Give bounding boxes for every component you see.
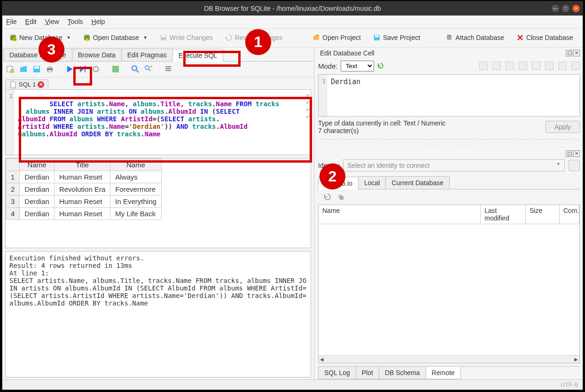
- svg-rect-12: [34, 66, 39, 69]
- right-bottom-tabs: SQL Log Plot DB Schema Remote: [318, 366, 580, 379]
- svg-point-21: [145, 66, 149, 70]
- status-bar: UTF-8: [2, 379, 583, 390]
- cell-editor[interactable]: 1 Derdian: [318, 74, 580, 117]
- sql-file-tab-label: SQL 1: [19, 81, 36, 88]
- revert-icon: [225, 34, 233, 41]
- indent-icon[interactable]: [164, 65, 172, 73]
- menu-view[interactable]: View: [45, 18, 59, 25]
- new-db-icon: [9, 34, 17, 41]
- edit-cell-title: Edit Database Cell: [320, 49, 374, 57]
- annotation-badge-2: 2: [320, 164, 345, 189]
- close-db-icon: [516, 34, 524, 41]
- format-icon[interactable]: [492, 62, 501, 70]
- stop-icon[interactable]: [92, 65, 100, 73]
- remote-file-list[interactable]: Name Last modified Size Com…: [318, 204, 580, 364]
- tab-current-db[interactable]: Current Database: [385, 176, 450, 189]
- tab-browse-data[interactable]: Browse Data: [72, 48, 122, 61]
- svg-rect-15: [48, 70, 52, 72]
- window-close-button[interactable]: ✕: [572, 5, 580, 12]
- tab-sql-log[interactable]: SQL Log: [318, 367, 356, 379]
- attach-icon: [445, 34, 453, 41]
- execution-log[interactable]: Execution finished without errors. Resul…: [5, 251, 311, 378]
- remote-undock-button[interactable]: ◱: [566, 150, 572, 157]
- sql-editor[interactable]: 1 SELECT artists.Name, albums.Title, tra…: [5, 89, 311, 155]
- cell-editor-gutter: 1: [319, 75, 327, 116]
- open-db-label: Open Database: [93, 34, 139, 41]
- find-icon[interactable]: [131, 65, 140, 73]
- write-changes-button[interactable]: Write Changes: [156, 31, 217, 44]
- results-grid[interactable]: NameTitleName1DerdianHuman ResetAlways2D…: [5, 158, 311, 248]
- remote-tab-strip: DBHub.io Local Current Database: [318, 176, 580, 189]
- write-label: Write Changes: [170, 34, 213, 41]
- print-cell-icon[interactable]: [571, 62, 580, 70]
- save-icon: [160, 34, 167, 41]
- title-bar: DB Browser for SQLite - /home/linuxiac/D…: [2, 1, 583, 16]
- print-icon[interactable]: [46, 65, 54, 73]
- edit-cell-panel-header: Edit Database Cell ◱ ✕: [318, 48, 580, 58]
- save-project-button[interactable]: Save Project: [369, 31, 424, 44]
- svg-rect-5: [313, 36, 319, 40]
- open-project-button[interactable]: Open Project: [308, 31, 365, 44]
- attach-database-button[interactable]: Attach Database: [441, 31, 508, 44]
- reload-icon[interactable]: [377, 62, 384, 70]
- execute-line-icon[interactable]: [78, 65, 87, 73]
- tab-edit-pragmas[interactable]: Edit Pragmas: [121, 48, 173, 61]
- tab-plot[interactable]: Plot: [356, 367, 379, 379]
- mode-label: Mode:: [318, 62, 338, 70]
- new-database-button[interactable]: New Database ▼: [5, 31, 75, 44]
- menu-tools[interactable]: Tools: [68, 18, 83, 25]
- close-database-button[interactable]: Close Database: [512, 31, 577, 44]
- window-maximize-button[interactable]: □: [562, 5, 569, 12]
- col-modified[interactable]: Last modified: [481, 205, 526, 224]
- execute-button[interactable]: [65, 65, 74, 73]
- sql-file-tab[interactable]: SQL 1 ✕: [5, 79, 48, 89]
- window-minimize-button[interactable]: —: [552, 5, 559, 12]
- mode-select[interactable]: Text: [341, 61, 374, 71]
- close-tab-button[interactable]: ✕: [38, 81, 44, 88]
- svg-rect-19: [112, 66, 119, 72]
- cell-editor-value[interactable]: Derdian: [327, 75, 364, 116]
- open-sql-icon[interactable]: [19, 65, 28, 73]
- new-tab-icon[interactable]: [6, 65, 15, 73]
- col-commit[interactable]: Com…: [560, 205, 579, 224]
- panel-undock-button[interactable]: ◱: [566, 50, 572, 56]
- svg-rect-14: [48, 66, 52, 68]
- svg-rect-18: [94, 68, 97, 71]
- export-icon[interactable]: [532, 62, 540, 70]
- identity-settings-button[interactable]: [569, 160, 580, 171]
- attach-label: Attach Database: [455, 34, 504, 41]
- panel-close-button[interactable]: ✕: [573, 50, 580, 56]
- cell-charcount-label: 7 character(s): [318, 127, 445, 134]
- save-sql-icon[interactable]: [32, 65, 41, 73]
- identity-combo[interactable]: Select an identity to connect ▼: [343, 159, 565, 172]
- svg-rect-7: [375, 35, 379, 37]
- clone-remote-icon[interactable]: [337, 193, 344, 201]
- menu-help[interactable]: Help: [92, 18, 105, 25]
- find-replace-icon[interactable]: [144, 65, 153, 73]
- window-title: DB Browser for SQLite - /home/linuxiac/D…: [204, 5, 381, 12]
- col-name[interactable]: Name: [319, 205, 481, 224]
- open-database-button[interactable]: Open Database ▼: [79, 31, 152, 44]
- text-mode-icon[interactable]: [479, 62, 488, 70]
- remote-panel-header: ◱ ✕: [318, 150, 580, 157]
- tab-execute-sql[interactable]: Execute SQL: [172, 49, 224, 62]
- horizontal-scrollbar[interactable]: [319, 355, 579, 363]
- annotation-badge-1: 1: [245, 29, 271, 55]
- menu-edit[interactable]: Edit: [25, 18, 37, 25]
- menu-file[interactable]: File: [6, 18, 17, 25]
- tab-remote[interactable]: Remote: [426, 367, 461, 379]
- copy-icon[interactable]: [506, 62, 514, 70]
- apply-button[interactable]: Apply: [546, 121, 580, 133]
- col-size[interactable]: Size: [526, 205, 560, 224]
- editor-code[interactable]: SELECT artists.Name, albums.Title, track…: [14, 90, 311, 155]
- null-icon[interactable]: [558, 62, 567, 70]
- save-results-icon[interactable]: [111, 65, 120, 73]
- tab-db-schema[interactable]: DB Schema: [379, 367, 426, 379]
- refresh-remote-icon[interactable]: [324, 193, 331, 201]
- tab-local[interactable]: Local: [358, 176, 386, 189]
- import-icon[interactable]: [545, 62, 554, 70]
- paste-icon[interactable]: [519, 62, 527, 70]
- svg-rect-4: [162, 35, 165, 37]
- svg-point-20: [132, 66, 137, 71]
- remote-close-button[interactable]: ✕: [573, 150, 580, 157]
